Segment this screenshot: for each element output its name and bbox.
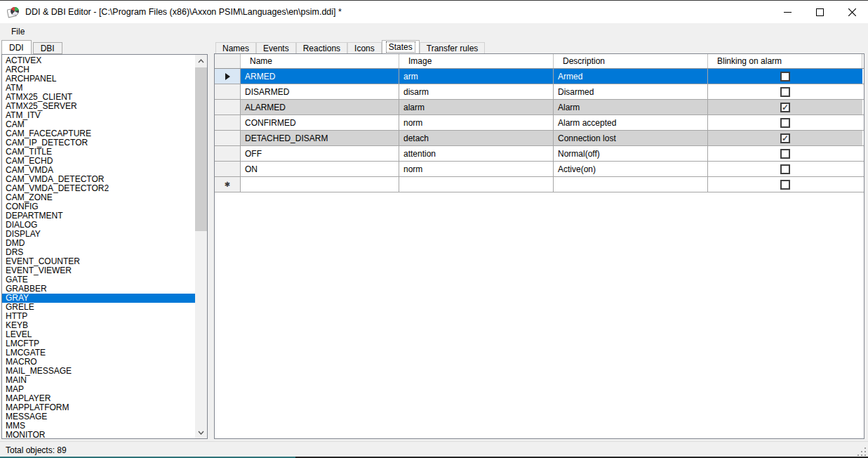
cell-image[interactable]: disarm	[399, 84, 554, 99]
checkmark-icon: ✓	[782, 135, 789, 142]
ddi-dbi-editor-window: DDI & DBI Editor - [C:\Program Files (x8…	[0, 0, 868, 458]
row-header[interactable]	[215, 100, 241, 115]
row-header[interactable]	[215, 115, 241, 130]
cell-description[interactable]: Armed	[554, 69, 708, 84]
list-item[interactable]: ATM_ITV	[2, 111, 195, 120]
list-item[interactable]: DISPLAY	[2, 230, 195, 239]
cell-description[interactable]	[554, 177, 708, 192]
list-item[interactable]: EVENT_VIEWER	[2, 266, 195, 275]
cell-blinking-on-alarm: ✓	[708, 115, 862, 130]
status-total-objects: Total objects: 89	[6, 445, 67, 455]
cell-description[interactable]: Connection lost	[554, 131, 708, 145]
list-item[interactable]: HTTP	[2, 312, 195, 321]
cell-image[interactable]: detach	[399, 131, 554, 145]
row-header[interactable]	[215, 146, 241, 161]
menu-file[interactable]: File	[4, 24, 32, 40]
column-header-description[interactable]: Description	[554, 54, 708, 68]
scroll-up-icon[interactable]	[195, 55, 207, 67]
tab-transfer-rules[interactable]: Transfer rules	[420, 42, 486, 54]
cell-blinking-on-alarm: ✓	[708, 84, 862, 99]
tab-dbi[interactable]: DBI	[33, 42, 62, 54]
row-header[interactable]	[215, 131, 241, 145]
list-item[interactable]: MAIN	[2, 376, 195, 385]
scrollbar-thumb[interactable]	[195, 67, 207, 231]
object-list: ACTIVEXARCHARCHPANELATMATMX25_CLIENTATMX…	[2, 56, 195, 439]
app-icon	[7, 6, 20, 18]
row-header[interactable]	[215, 162, 241, 176]
scroll-down-icon[interactable]	[195, 426, 207, 438]
cell-description[interactable]: Active(on)	[554, 162, 708, 176]
tab-icons[interactable]: Icons	[347, 42, 382, 54]
window-controls	[771, 1, 868, 23]
maximize-icon[interactable]	[803, 1, 836, 23]
cell-name[interactable]: OFF	[241, 146, 399, 161]
blinking-checkbox[interactable]: ✓	[780, 87, 790, 97]
list-item[interactable]: ACTIVEX	[2, 56, 195, 65]
cell-name[interactable]: CONFIRMED	[241, 115, 399, 130]
cell-image[interactable]: norm	[399, 162, 554, 176]
cell-name[interactable]: ON	[241, 162, 399, 176]
list-item[interactable]: MONITOR	[2, 431, 195, 439]
title-bar[interactable]: DDI & DBI Editor - [C:\Program Files (x8…	[0, 1, 868, 23]
list-item[interactable]: MAIL_MESSAGE	[2, 367, 195, 376]
object-list-scrollbar[interactable]	[195, 55, 207, 438]
tab-states[interactable]: States	[382, 40, 420, 54]
grid-row[interactable]: ARMEDarmArmed✓	[215, 69, 864, 84]
minimize-icon[interactable]	[771, 1, 803, 23]
cell-name[interactable]: ARMED	[241, 69, 399, 84]
blinking-checkbox[interactable]: ✓	[780, 133, 790, 143]
grid-row[interactable]: OFFattentionNormal(off)✓	[215, 146, 864, 162]
tab-label: States	[387, 42, 415, 52]
blinking-checkbox[interactable]: ✓	[780, 164, 790, 174]
window-title: DDI & DBI Editor - [C:\Program Files (x8…	[25, 7, 342, 17]
cell-description[interactable]: Disarmed	[554, 84, 708, 99]
grid-row[interactable]: CONFIRMEDnormAlarm accepted✓	[215, 115, 864, 131]
tab-events[interactable]: Events	[256, 42, 296, 54]
cell-name[interactable]: DETACHED_DISARM	[241, 131, 399, 145]
close-icon[interactable]	[836, 1, 868, 23]
cell-description[interactable]: Alarm	[554, 100, 708, 115]
list-item[interactable]: GRELE	[2, 303, 195, 312]
cell-description[interactable]: Alarm accepted	[554, 115, 708, 130]
grid-row[interactable]: DISARMEDdisarmDisarmed✓	[215, 84, 864, 100]
row-header[interactable]	[215, 84, 241, 99]
cell-blinking-on-alarm: ✓	[708, 69, 862, 84]
tab-names[interactable]: Names	[215, 42, 256, 54]
grid-row[interactable]: DETACHED_DISARMdetachConnection lost✓	[215, 131, 864, 146]
cell-image[interactable]: alarm	[399, 100, 554, 115]
column-header-blinking-on-alarm[interactable]: Blinking on alarm	[708, 54, 862, 68]
list-item[interactable]: GRABBER	[2, 284, 195, 294]
cell-name[interactable]	[241, 177, 399, 192]
menu-bar: File	[0, 23, 868, 40]
blinking-checkbox[interactable]: ✓	[780, 118, 790, 128]
tab-reactions[interactable]: Reactions	[296, 42, 347, 54]
resize-grip-icon[interactable]	[857, 447, 867, 457]
cell-name[interactable]: ALARMED	[241, 100, 399, 115]
object-list-container: ACTIVEXARCHARCHPANELATMATMX25_CLIENTATMX…	[1, 54, 208, 439]
list-item[interactable]: MESSAGE	[2, 412, 195, 421]
column-header-name[interactable]: Name	[241, 54, 399, 68]
grid-corner-cell	[215, 54, 241, 68]
cell-image[interactable]: arm	[399, 69, 554, 84]
blinking-checkbox[interactable]: ✓	[780, 72, 790, 81]
blinking-checkbox[interactable]: ✓	[780, 180, 790, 190]
cell-name[interactable]: DISARMED	[241, 84, 399, 99]
cell-image[interactable]: attention	[399, 146, 554, 161]
checkmark-icon: ✓	[782, 104, 789, 111]
blinking-checkbox[interactable]: ✓	[780, 149, 790, 159]
status-bar: Total objects: 89	[0, 441, 868, 458]
grid-row[interactable]: ONnormActive(on)✓	[215, 162, 864, 177]
cell-image[interactable]: norm	[399, 115, 554, 130]
list-item[interactable]: ARCHPANEL	[2, 74, 195, 84]
list-item[interactable]: DMD	[2, 239, 195, 248]
cell-description[interactable]: Normal(off)	[554, 146, 708, 161]
row-header[interactable]	[215, 69, 241, 84]
tab-ddi[interactable]: DDI	[1, 40, 32, 54]
row-header[interactable]: ✱	[215, 177, 241, 192]
blinking-checkbox[interactable]: ✓	[780, 103, 790, 112]
grid-row[interactable]: ALARMEDalarmAlarm✓	[215, 100, 864, 115]
column-header-image[interactable]: Image	[399, 54, 554, 68]
cell-image[interactable]	[399, 177, 554, 192]
grid-body: ARMEDarmArmed✓DISARMEDdisarmDisarmed✓ALA…	[215, 69, 864, 192]
grid-new-row[interactable]: ✱✓	[215, 177, 864, 192]
